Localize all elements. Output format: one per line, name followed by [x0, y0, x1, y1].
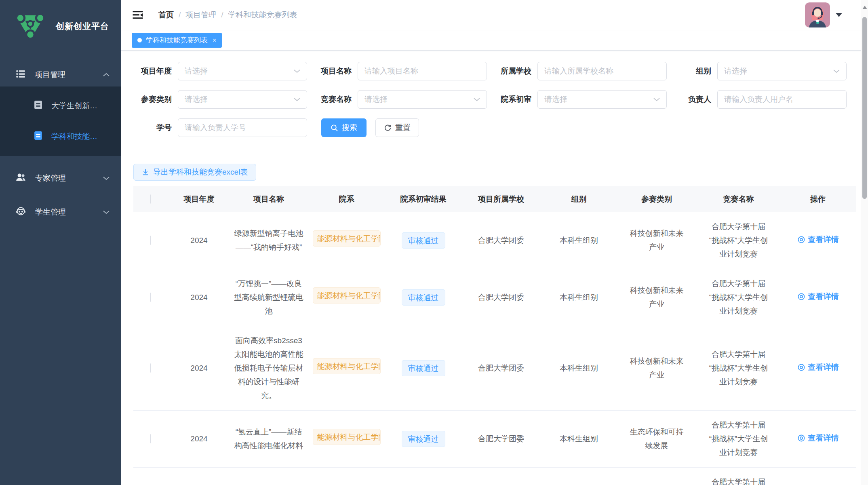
view-details-link[interactable]: 查看详情	[797, 361, 839, 374]
filter-project-year: 项目年度 请选择	[133, 62, 313, 80]
sidebar-collapse-icon[interactable]	[132, 9, 144, 21]
cell-category: 科技创新和未来产业	[616, 212, 697, 269]
user-avatar[interactable]	[805, 2, 830, 27]
sidebar-item-subject-skill-competition[interactable]: 学科和技能…	[0, 121, 121, 152]
filter-row-3: 学号 搜索 重置	[133, 118, 856, 137]
cell-project-name: “氢云直上”——新结构高性能电催化材料	[230, 411, 307, 468]
user-menu-caret-icon[interactable]	[836, 13, 842, 17]
col-header-competition: 竞赛名称	[697, 186, 780, 212]
eye-icon	[797, 363, 805, 371]
filter-competition-name: 竞赛名称 请选择	[313, 90, 493, 109]
view-details-link[interactable]: 查看详情	[797, 290, 839, 304]
tab-subject-skill-competition[interactable]: 学科和技能竞赛列表 ×	[132, 33, 222, 48]
sidebar-item-student-innovation[interactable]: 大学生创新…	[0, 91, 121, 121]
col-header-name: 项目名称	[230, 186, 307, 212]
app-title: 创新创业平台	[56, 21, 109, 32]
chevron-down-icon	[474, 97, 480, 101]
list-icon	[15, 69, 26, 81]
dept-tag: 能源材料与化工学院	[313, 429, 381, 445]
cell-competition: 合肥大学第十届“挑战杯”大学生创业计划竞赛	[697, 326, 780, 411]
filter-group: 组别 请选择	[673, 62, 853, 80]
select-placeholder: 请选择	[185, 66, 294, 76]
row-checkbox[interactable]	[150, 363, 151, 373]
cell-group: 本科生组别	[541, 269, 616, 326]
cell-competition: 合肥大学第十届“挑战杯”大学生创业计划竞赛	[697, 468, 780, 485]
filter-school: 所属学校	[493, 62, 673, 80]
entry-category-select[interactable]: 请选择	[178, 90, 307, 109]
review-status-badge: 审核通过	[402, 431, 445, 447]
cell-category: 科技创新和未来产业	[616, 468, 697, 485]
leader-input[interactable]	[717, 90, 847, 109]
cell-school: 合肥大学团委	[461, 411, 541, 468]
group-select[interactable]: 请选择	[717, 62, 847, 80]
breadcrumb-home[interactable]: 首页	[158, 10, 174, 20]
chevron-down-icon	[103, 208, 110, 217]
eye-icon	[797, 236, 805, 244]
cell-school: 合肥大学团委	[461, 326, 541, 411]
cell-year: 2024	[168, 326, 230, 411]
export-button-label: 导出学科和技能竞赛excel表	[153, 167, 248, 177]
filter-row-1: 项目年度 请选择 项目名称 所属学校 组别 请选择	[133, 62, 856, 80]
scrollbar-up-arrow-icon[interactable]	[862, 6, 867, 9]
filter-row-2: 参赛类别 请选择 竞赛名称 请选择 院系初审 请选择	[133, 90, 856, 109]
reset-button-label: 重置	[395, 122, 411, 133]
reset-button[interactable]: 重置	[375, 118, 419, 137]
breadcrumb: 首页 / 项目管理 / 学科和技能竞赛列表	[158, 10, 297, 20]
chevron-down-icon	[653, 97, 660, 101]
document-icon	[33, 100, 43, 112]
breadcrumb-separator: /	[179, 11, 181, 19]
row-checkbox[interactable]	[150, 434, 151, 443]
table-row: 2024 “万锂挑一”——改良型高续航新型锂硫电池 能源材料与化工学院 审核通过…	[133, 269, 856, 326]
vertical-scrollbar[interactable]	[861, 0, 868, 485]
search-icon	[331, 124, 338, 132]
sidebar-submenu: 大学生创新… 学科和技能…	[0, 86, 121, 156]
chevron-down-icon	[294, 97, 300, 101]
cell-category: 科技创新和未来产业	[616, 326, 697, 411]
col-header-review: 院系初审结果	[386, 186, 461, 212]
table-row: 2024 “剂到病除”—兼具pH响应和光热治 能源材料与化工学院 审核通过 合肥…	[133, 468, 856, 485]
breadcrumb-project-management[interactable]: 项目管理	[185, 10, 216, 20]
scrollbar-thumb[interactable]	[862, 17, 867, 199]
row-checkbox[interactable]	[150, 236, 151, 245]
tab-close-icon[interactable]: ×	[213, 37, 216, 44]
refresh-icon	[384, 124, 392, 132]
student-id-input[interactable]	[178, 118, 307, 137]
view-details-link[interactable]: 查看详情	[797, 233, 839, 247]
filter-leader: 负责人	[673, 90, 853, 109]
col-header-school: 项目所属学校	[461, 186, 541, 212]
sidebar-item-expert-management[interactable]: 专家管理	[0, 167, 121, 190]
project-year-select[interactable]: 请选择	[178, 62, 307, 80]
select-placeholder: 请选择	[364, 94, 474, 105]
row-checkbox[interactable]	[150, 293, 151, 302]
cell-group: 本科生组别	[541, 411, 616, 468]
sidebar-item-student-management[interactable]: 学生管理	[0, 200, 121, 224]
cell-group: 本科生组别	[541, 326, 616, 411]
export-excel-button[interactable]: 导出学科和技能竞赛excel表	[133, 164, 256, 181]
app-logo-block[interactable]: 创新创业平台	[0, 0, 121, 53]
school-input[interactable]	[537, 62, 667, 80]
cell-year: 2024	[168, 212, 230, 269]
col-header-dept: 院系	[307, 186, 386, 212]
breadcrumb-separator: /	[221, 11, 223, 19]
filter-label: 组别	[673, 66, 717, 76]
cell-year: 2024	[168, 411, 230, 468]
sidebar-item-label: 学科和技能…	[51, 131, 97, 142]
cell-competition: 合肥大学第十届“挑战杯”大学生创业计划竞赛	[697, 411, 780, 468]
view-details-link[interactable]: 查看详情	[797, 431, 839, 445]
review-status-badge: 审核通过	[402, 360, 445, 376]
search-button[interactable]: 搜索	[321, 118, 367, 137]
sidebar-item-label: 大学生创新…	[51, 101, 97, 111]
project-name-input[interactable]	[358, 62, 487, 80]
filter-entry-category: 参赛类别 请选择	[133, 90, 313, 109]
download-icon	[142, 169, 149, 176]
competition-name-select[interactable]: 请选择	[358, 90, 487, 109]
select-all-checkbox[interactable]	[150, 194, 151, 204]
sidebar-item-label: 专家管理	[35, 173, 103, 183]
filter-label: 院系初审	[493, 94, 537, 105]
document-icon	[33, 131, 43, 143]
select-placeholder: 请选择	[185, 94, 294, 105]
dept-review-select[interactable]: 请选择	[537, 90, 667, 109]
eye-icon	[797, 293, 805, 301]
sidebar-item-project-management[interactable]: 项目管理	[0, 63, 121, 86]
filter-label: 所属学校	[493, 66, 537, 76]
